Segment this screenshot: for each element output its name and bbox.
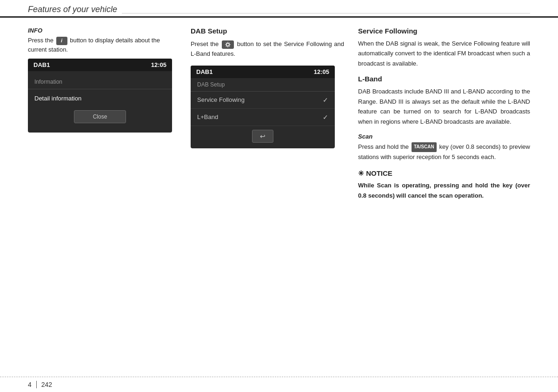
dab-back-button[interactable]: ↩ (252, 130, 273, 143)
service-following-title: Service Following (358, 27, 530, 35)
page-footer: 4 242 (0, 377, 558, 392)
svg-point-0 (226, 43, 229, 46)
info-label: INFO (28, 27, 177, 34)
footer-page-num1: 4 (28, 381, 32, 388)
preset-icon (222, 40, 234, 49)
dab-close-area: Close (34, 110, 166, 123)
info-text: Press the i button to display details ab… (28, 36, 177, 54)
dab-setup-intro: Preset the button to set the Service Fol… (191, 40, 344, 59)
dab-screen-body: Information Detail information Close (28, 71, 172, 133)
dab-setup-screen-header: DAB1 12:05 (191, 66, 335, 78)
info-icon: i (56, 37, 67, 45)
lband-text: DAB Broadcasts include BAND III and L-BA… (358, 86, 530, 126)
dab-menu-detail[interactable]: Detail information (28, 91, 172, 106)
dab-setup-title: DAB Setup (191, 27, 344, 35)
dab-screen-header: DAB1 12:05 (28, 59, 172, 71)
dab-setup-menu-title: DAB Setup (191, 78, 335, 92)
col-right: Service Following When the DAB signal is… (358, 27, 530, 354)
ta-scan-badge: TA/SCAN (412, 142, 437, 152)
dab-info-screen: DAB1 12:05 Information Detail informatio… (28, 59, 172, 133)
scan-text-before: Press and hold the (358, 143, 409, 150)
page-header: Features of your vehicle (0, 0, 558, 18)
header-line (122, 13, 530, 13)
dab-setup-item-lband[interactable]: L+Band ✓ (191, 109, 335, 126)
dab-setup-item-service-check: ✓ (323, 96, 328, 104)
notice-box: ✳ NOTICE While Scan is operating, pressi… (358, 169, 530, 200)
scan-text: Press and hold the TA/SCAN key (over 0.8… (358, 142, 530, 162)
dab-screen-title: DAB1 (33, 61, 50, 68)
dab-intro-before: Preset the (191, 40, 219, 47)
notice-text: While Scan is operating, pressing and ho… (358, 180, 530, 200)
notice-symbol: ✳ (358, 169, 364, 177)
dab-setup-item-lband-check: ✓ (323, 113, 328, 121)
footer-divider (36, 381, 37, 388)
dab-screen-time: 12:05 (151, 61, 166, 68)
notice-label: NOTICE (366, 169, 392, 177)
dab-setup-item-lband-label: L+Band (197, 113, 218, 120)
dab-back-area: ↩ (191, 126, 335, 148)
service-following-text: When the DAB signal is weak, the Service… (358, 39, 530, 68)
dab-setup-item-service[interactable]: Service Following ✓ (191, 92, 335, 109)
dab-menu-info: Information (28, 75, 172, 89)
dab-setup-screen: DAB1 12:05 DAB Setup Service Following ✓… (191, 66, 335, 148)
lband-title: L-Band (358, 75, 530, 83)
dab-setup-screen-time: 12:05 (314, 68, 329, 75)
col-left: INFO Press the i button to display detai… (28, 27, 177, 354)
info-text-before: Press the (28, 37, 53, 44)
dab-setup-screen-title: DAB1 (196, 68, 213, 75)
footer-page-numbers: 4 242 (28, 381, 52, 388)
page-title: Features of your vehicle (28, 5, 117, 14)
col-mid: DAB Setup Preset the button to set the S… (191, 27, 344, 354)
main-content: INFO Press the i button to display detai… (0, 18, 558, 363)
scan-label: Scan (358, 133, 530, 140)
footer-page-num2: 242 (41, 381, 52, 388)
dab-close-button[interactable]: Close (74, 110, 126, 123)
dab-setup-item-service-label: Service Following (197, 96, 245, 103)
notice-title: ✳ NOTICE (358, 169, 530, 178)
